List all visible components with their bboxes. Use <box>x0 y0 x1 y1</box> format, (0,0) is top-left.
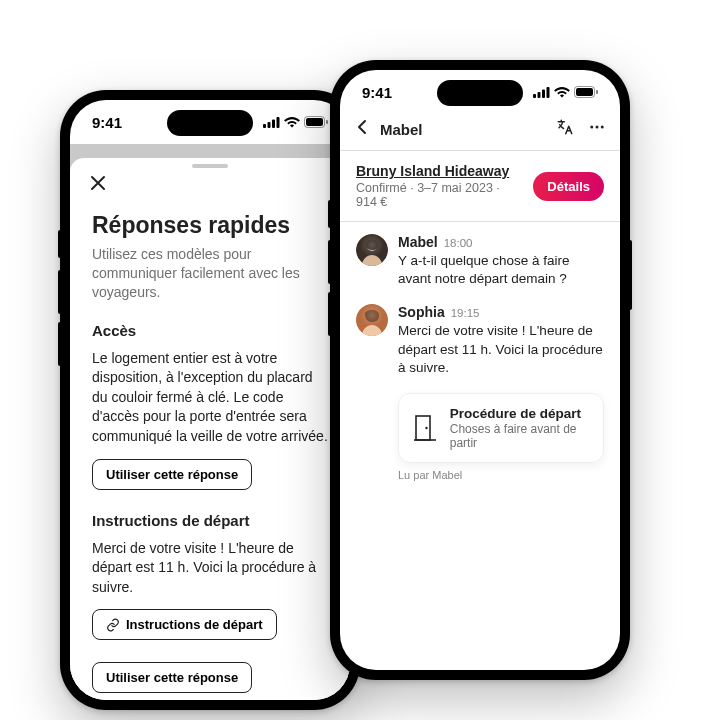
use-reply-button[interactable]: Utiliser cette réponse <box>92 662 252 693</box>
message: Sophia 19:15 Merci de votre visite ! L'h… <box>356 304 604 377</box>
section-access: Accès Le logement entier est à votre dis… <box>92 322 328 512</box>
button-label: Utiliser cette réponse <box>106 467 238 482</box>
svg-point-20 <box>367 311 377 321</box>
cellular-icon <box>533 87 550 98</box>
svg-rect-3 <box>277 117 280 128</box>
phone-side-button <box>328 200 332 228</box>
conversation-title: Mabel <box>380 121 423 138</box>
attachment-chip[interactable]: Instructions de départ <box>92 609 277 640</box>
page-subtitle: Utilisez ces modèles pour communiquer fa… <box>92 245 328 302</box>
section-heading: Instructions de départ <box>92 512 328 529</box>
svg-point-19 <box>356 304 388 336</box>
phone-side-button <box>328 292 332 336</box>
avatar[interactable] <box>356 234 388 266</box>
message-sender: Sophia <box>398 304 445 320</box>
phone-side-button <box>58 230 62 258</box>
more-horizontal-icon <box>588 118 606 136</box>
message-sender: Mabel <box>398 234 438 250</box>
close-button[interactable] <box>90 174 328 194</box>
status-icons <box>533 86 598 98</box>
section-body: Le logement entier est à votre dispositi… <box>92 349 328 447</box>
status-time: 9:41 <box>92 114 122 131</box>
dynamic-island <box>167 110 253 136</box>
svg-rect-21 <box>416 416 430 440</box>
status-time: 9:41 <box>362 84 392 101</box>
svg-rect-2 <box>272 119 275 128</box>
card-title: Procédure de départ <box>450 406 589 421</box>
svg-rect-0 <box>263 124 266 128</box>
page-title: Réponses rapides <box>92 212 328 239</box>
phone-side-button <box>58 322 62 366</box>
section-checkout: Instructions de départ Merci de votre vi… <box>92 512 328 700</box>
message-time: 19:15 <box>451 307 480 319</box>
avatar[interactable] <box>356 304 388 336</box>
svg-rect-1 <box>268 122 271 128</box>
battery-icon <box>574 86 598 98</box>
message: Mabel 18:00 Y a-t-il quelque chose à fai… <box>356 234 604 288</box>
close-icon <box>90 175 106 191</box>
details-button[interactable]: Détails <box>533 172 604 201</box>
checkout-card[interactable]: Procédure de départ Choses à faire avant… <box>398 393 604 463</box>
chevron-left-icon <box>354 119 370 135</box>
phone-side-button <box>628 240 632 310</box>
message-text: Merci de votre visite ! L'heure de dépar… <box>398 322 604 377</box>
svg-point-15 <box>596 126 599 129</box>
card-subtitle: Choses à faire avant de partir <box>450 422 589 450</box>
conversation-navbar: Mabel <box>340 114 620 150</box>
person-icon <box>356 304 388 336</box>
svg-point-23 <box>426 427 428 429</box>
reservation-subtitle: Confirmé · 3–7 mai 2023 · 914 € <box>356 181 523 209</box>
reservation-bar: Bruny Island Hideaway Confirmé · 3–7 mai… <box>340 151 620 222</box>
phone-conversation: 9:41 Mabel <box>330 60 630 680</box>
wifi-icon <box>284 117 300 128</box>
button-label: Détails <box>547 179 590 194</box>
person-icon <box>356 234 388 266</box>
attachment-label: Instructions de départ <box>126 617 263 632</box>
svg-rect-8 <box>538 92 541 98</box>
use-reply-button[interactable]: Utiliser cette réponse <box>92 459 252 490</box>
battery-icon <box>304 116 328 128</box>
svg-point-16 <box>601 126 604 129</box>
message-thread: Mabel 18:00 Y a-t-il quelque chose à fai… <box>340 222 620 670</box>
svg-point-14 <box>590 126 593 129</box>
phone-side-button <box>58 270 62 314</box>
door-icon <box>414 414 436 442</box>
more-button[interactable] <box>588 118 606 140</box>
back-button[interactable] <box>354 119 370 139</box>
cellular-icon <box>263 117 280 128</box>
section-heading: Accès <box>92 322 328 339</box>
wifi-icon <box>554 87 570 98</box>
read-receipt: Lu par Mabel <box>398 469 604 481</box>
translate-icon <box>556 118 574 136</box>
section-body: Merci de votre visite ! L'heure de dépar… <box>92 539 328 598</box>
svg-rect-12 <box>576 88 593 96</box>
listing-title[interactable]: Bruny Island Hideaway <box>356 163 523 179</box>
svg-rect-6 <box>326 120 328 124</box>
message-text: Y a-t-il quelque chose à faire avant not… <box>398 252 604 288</box>
svg-rect-9 <box>542 89 545 98</box>
svg-point-18 <box>367 241 377 251</box>
message-time: 18:00 <box>444 237 473 249</box>
svg-rect-5 <box>306 118 323 126</box>
svg-rect-13 <box>596 90 598 94</box>
status-icons <box>263 116 328 128</box>
phone-quick-replies: 9:41 Réponses rapides Utilisez ces modèl… <box>60 90 360 710</box>
svg-rect-10 <box>547 87 550 98</box>
modal-backdrop: Réponses rapides Utilisez ces modèles po… <box>70 144 350 700</box>
dynamic-island <box>437 80 523 106</box>
button-label: Utiliser cette réponse <box>106 670 238 685</box>
phone-side-button <box>328 240 332 284</box>
quick-replies-sheet: Réponses rapides Utilisez ces modèles po… <box>70 158 350 700</box>
svg-rect-7 <box>533 94 536 98</box>
translate-button[interactable] <box>556 118 574 140</box>
link-icon <box>106 618 120 632</box>
sheet-grabber[interactable] <box>192 164 228 168</box>
svg-point-17 <box>356 234 388 266</box>
